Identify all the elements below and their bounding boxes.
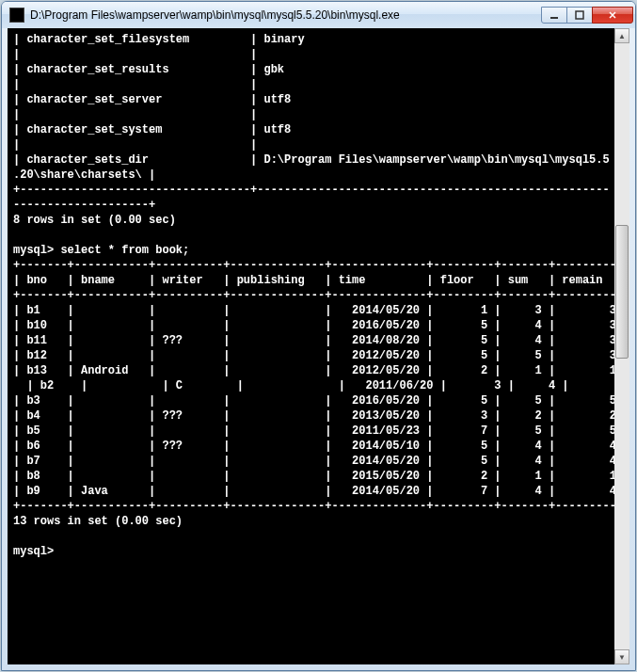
svg-rect-0 [550, 17, 558, 19]
terminal-output[interactable]: | character_set_filesystem | binary | | … [8, 28, 614, 664]
scroll-up-button[interactable]: ▲ [614, 28, 629, 43]
window-title: D:\Program Files\wampserver\wamp\bin\mys… [30, 8, 541, 22]
titlebar[interactable]: D:\Program Files\wampserver\wamp\bin\mys… [2, 2, 635, 28]
minimize-icon [549, 10, 559, 20]
vertical-scrollbar[interactable]: ▲ ▼ [614, 28, 629, 664]
app-window: D:\Program Files\wampserver\wamp\bin\mys… [1, 1, 636, 671]
maximize-icon [575, 10, 584, 20]
scroll-track[interactable] [614, 43, 629, 649]
scroll-down-button[interactable]: ▼ [614, 649, 629, 664]
maximize-button[interactable] [566, 7, 593, 24]
svg-rect-1 [576, 11, 583, 19]
window-controls [541, 7, 633, 24]
client-area: | character_set_filesystem | binary | | … [8, 28, 629, 664]
minimize-button[interactable] [541, 7, 567, 24]
app-icon [9, 8, 24, 23]
scroll-thumb[interactable] [615, 225, 629, 359]
close-icon [608, 10, 617, 20]
close-button[interactable] [592, 7, 633, 24]
